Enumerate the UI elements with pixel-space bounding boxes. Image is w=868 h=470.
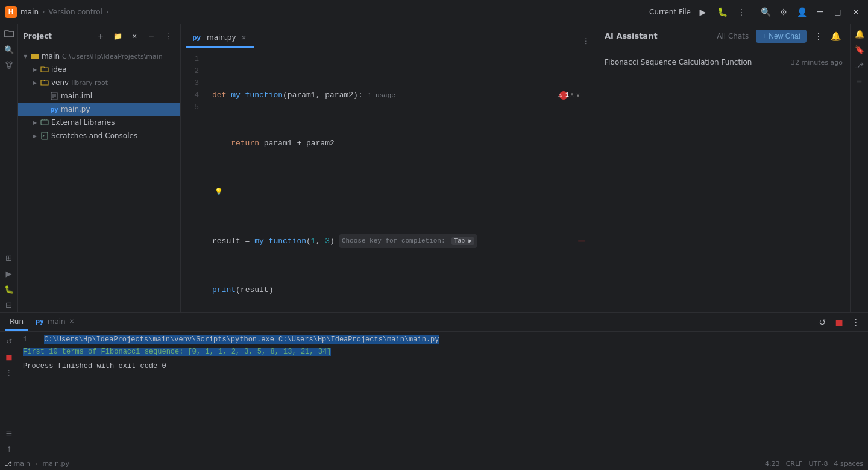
close-btn[interactable]: ✕ [849,5,863,19]
settings-btn[interactable]: ⚙ [776,5,791,19]
sidebar-icon-terminal[interactable]: ⊟ [2,297,16,312]
tree-scratches[interactable]: ▶ Scratches and Consoles [18,129,180,142]
usage-hint: 1 usage [368,89,395,101]
chat-item-info: Fibonacci Sequence Calculation Function [605,58,786,66]
debug-btn-top[interactable]: 🐛 [715,5,729,19]
bottom-icon-filter[interactable]: ☰ [2,427,16,441]
sidebar-icon-run[interactable]: ▶ [2,266,16,281]
git-branch-status[interactable]: ⎇ main [5,460,30,468]
error-marker: ─ [578,235,585,247]
bottom-tab-main[interactable]: py main ✕ [31,314,79,331]
svg-point-1 [10,62,12,64]
bottom-icon-more2[interactable]: ⋮ [2,366,16,380]
charset-status[interactable]: UTF-8 [808,460,828,468]
status-bar: ⎇ main › main.py 4:23 CRLF UTF-8 4 space… [0,457,868,470]
sidebar-icon-debug[interactable]: 🐛 [2,282,16,296]
bottom-icon-up[interactable]: ↑ [2,442,16,457]
search-btn[interactable]: 🔍 [758,5,773,19]
svg-point-0 [6,62,8,64]
sidebar-icons: 🔍 ⊞ ▶ 🐛 ⊟ [0,24,18,312]
line-endings[interactable]: CRLF [786,460,803,468]
code-line-4: result = my_function(1, 3) Choose key fo… [212,234,590,248]
ai-panel-more-btn[interactable]: ⋮ [811,29,826,43]
tab-main-py[interactable]: py main.py ✕ [186,28,254,48]
idea-folder-icon [40,65,49,74]
bottom-content[interactable]: 1 C:\Users\Hp\IdeaProjects\main\venv\Scr… [18,332,868,457]
chat-item-title: Fibonacci Sequence Calculation Function [605,58,786,66]
bottom-left-icons: ↺ ■ ⋮ ☰ ↑ [0,332,18,457]
tree-venv[interactable]: ▶ venv library root [18,76,180,89]
tree-expand-venv[interactable]: ▶ [30,78,40,87]
lightbulb-icon[interactable]: 💡 [215,186,223,198]
editor-tabs-more[interactable]: ⋮ [580,34,592,48]
ai-chat-list: Fibonacci Sequence Calculation Function … [597,48,850,312]
svg-rect-8 [42,132,48,139]
git-branch-label: main [14,460,30,468]
right-icon-structure[interactable]: ≡ [852,74,867,88]
file-tree-header: Project + 📁 ✕ ─ ⋮ [18,24,180,48]
scratches-icon [40,131,49,141]
tree-expand-root[interactable]: ▼ [20,51,30,61]
tree-ext-libs[interactable]: ▶ External Libraries [18,116,180,129]
tree-expand-scratches[interactable]: ▶ [30,131,40,141]
maximize-btn[interactable]: □ [831,5,845,19]
chat-item-fibonacci[interactable]: Fibonacci Sequence Calculation Function … [597,53,850,71]
bottom-tabs-bar: Run py main ✕ ↺ ■ ⋮ [0,313,868,332]
more-btn-top[interactable]: ⋮ [734,5,749,19]
bottom-restart-btn[interactable]: ↺ [815,315,829,329]
new-chat-btn[interactable]: + New Chat [756,30,807,43]
current-file-status[interactable]: main.py [42,460,69,468]
current-file-btn[interactable]: Current File [649,8,691,16]
tree-main-py[interactable]: py main.py [18,103,180,116]
tree-close-btn[interactable]: ✕ [127,29,142,43]
tree-expand-ext[interactable]: ▶ [30,118,40,127]
error-indicator: ⚠ 1 ∧ ∨ [559,89,580,101]
tree-expand-idea[interactable]: ▶ [30,65,40,74]
code-content[interactable]: def my_function(param1, param2): 1 usage… [205,48,597,312]
sidebar-icon-plugins[interactable]: ⊞ [2,250,16,265]
profile-btn[interactable]: 👤 [794,5,809,19]
bottom-tab-run[interactable]: Run [5,314,28,331]
bottom-icon-restart[interactable]: ↺ [2,334,16,349]
run-btn-top[interactable]: ▶ [696,5,710,19]
file-tree-body: ▼ main C:\Users\Hp\IdeaProjects\main ▶ i… [18,48,180,312]
right-sidebar-icons: 🔔 🔖 ⎇ ≡ [850,24,868,312]
console-line-num-1: 1 [23,334,35,345]
bottom-more-btn[interactable]: ⋮ [849,315,863,329]
console-line-2: First 10 terms of Fibonacci sequence: [0… [23,346,863,357]
tree-new-file-btn[interactable]: + [93,29,108,43]
tree-new-folder-btn[interactable]: 📁 [110,29,125,43]
code-editor[interactable]: 1 2 3 4 5 def my_function(param1, param2… [181,48,597,312]
line-num-1: 1 [181,53,199,65]
right-icon-notifications[interactable]: 🔔 [852,27,867,41]
status-left: ⎇ main › main.py [5,460,758,468]
ai-panel-header: AI Assistant All Chats + New Chat ⋮ 🔔 [597,24,850,48]
sidebar-icon-folders[interactable] [2,27,16,41]
ext-libs-icon [40,118,49,127]
cursor-position[interactable]: 4:23 [765,460,780,468]
git-icon: ⎇ [5,460,12,467]
indent-status[interactable]: 4 spaces [834,460,864,468]
sidebar-icon-vcs[interactable] [2,58,16,72]
tree-more-btn[interactable]: ─ [144,29,159,43]
ai-panel-close-btn[interactable]: 🔔 [828,29,843,43]
tree-idea[interactable]: ▶ idea [18,63,180,76]
completion-hint: Choose key for completion: Tab ▶ [339,234,477,248]
bottom-tab-py-icon: py [36,318,44,325]
minimize-btn[interactable]: ─ [813,5,827,19]
right-icon-bookmarks[interactable]: 🔖 [852,42,867,57]
bottom-stop-btn[interactable]: ■ [832,315,846,329]
tree-main-iml[interactable]: main.iml [18,89,180,103]
bottom-icon-stop[interactable]: ■ [2,350,16,364]
sidebar-icon-search[interactable]: 🔍 [2,42,16,57]
tree-settings-btn[interactable]: ⋮ [161,29,175,43]
code-line-1: def my_function(param1, param2): 1 usage… [212,89,590,101]
bottom-main: ↺ ■ ⋮ ☰ ↑ 1 C:\Users\Hp\IdeaProjects\mai… [0,332,868,457]
version-control-label[interactable]: Version control [48,8,102,16]
right-icon-git[interactable]: ⎇ [852,58,867,72]
bottom-tab-close-icon[interactable]: ✕ [69,318,74,325]
iml-label: main.iml [61,92,92,100]
ai-tab-all-chats[interactable]: All Chats [714,31,751,42]
tab-close-btn[interactable]: ✕ [240,33,248,42]
tree-root[interactable]: ▼ main C:\Users\Hp\IdeaProjects\main [18,49,180,63]
